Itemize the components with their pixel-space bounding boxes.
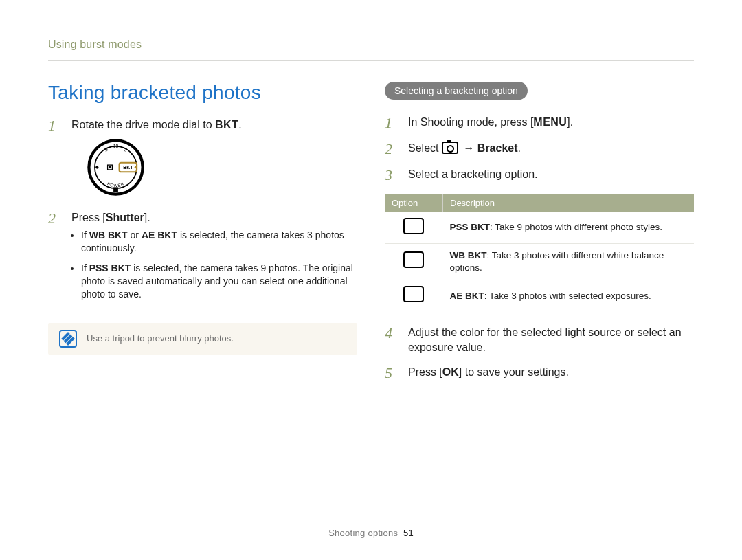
ok-label: OK (442, 366, 459, 378)
ae-bkt-icon (403, 286, 424, 302)
svg-text:BKT: BKT (123, 165, 133, 170)
step-text: ]. (144, 212, 150, 223)
note-icon (59, 330, 77, 348)
table-header: Description (443, 194, 695, 212)
bracket-label: Bracket (477, 142, 518, 154)
step-text: . (238, 119, 241, 131)
step-number: 4 (385, 325, 397, 355)
step-3: 3 Select a bracketing option. (385, 167, 694, 183)
step-2: 2 Select → Bracket. (385, 141, 694, 157)
step-text: Select (408, 142, 442, 154)
table-row: AE BKT: Take 3 photos with selected expo… (385, 280, 694, 312)
step-1: 1 In Shooting mode, press [MENU]. (385, 115, 694, 131)
svg-point-8 (109, 166, 111, 168)
options-table: Option Description PSS BKT: Take 9 photo… (385, 194, 694, 312)
arrow-icon: → (463, 142, 474, 154)
left-column: Taking bracketed photos 1 Rotate the dri… (48, 82, 357, 391)
step-number: 1 (385, 115, 397, 131)
step-number: 1 (48, 117, 60, 201)
wb-bkt-icon (403, 251, 424, 268)
step-text: Rotate the drive mode dial to (71, 119, 215, 131)
step-text: Press [ (408, 366, 442, 378)
shutter-label: Shutter (106, 212, 144, 223)
drive-mode-dial-illustration: S 10 2 BKT (87, 138, 145, 197)
step-text: In Shooting mode, press [ (408, 116, 533, 128)
step-text: Press [ (71, 212, 106, 223)
table-header: Option (385, 194, 443, 212)
step-number: 2 (385, 141, 397, 157)
svg-rect-13 (113, 187, 118, 192)
page-footer: Shooting options 51 (0, 528, 742, 538)
bullet: If PSS BKT is selected, the camera takes… (81, 262, 357, 301)
step-number: 2 (48, 210, 60, 308)
footer-section: Shooting options (328, 528, 398, 538)
step-text: ] to save your settings. (459, 366, 569, 378)
step-text: . (518, 142, 521, 154)
step-1: 1 Rotate the drive mode dial to BKT. (48, 117, 357, 201)
step-text: ]. (567, 116, 573, 128)
svg-point-11 (135, 166, 137, 168)
step-2: 2 Press [Shutter]. If WB BKT or AE BKT i… (48, 210, 357, 308)
svg-point-6 (95, 166, 98, 168)
step-number: 5 (385, 365, 397, 381)
right-column: Selecting a bracketing option 1 In Shoot… (385, 82, 694, 391)
menu-label: MENU (533, 116, 567, 128)
pss-bkt-icon (403, 218, 424, 234)
section-pill: Selecting a bracketing option (385, 82, 528, 100)
page-title: Taking bracketed photos (48, 82, 357, 104)
table-row: WB BKT: Take 3 photos with different whi… (385, 243, 694, 280)
bkt-label: BKT (215, 119, 238, 131)
step-text: Select a bracketing option. (408, 167, 694, 183)
step-5: 5 Press [OK] to save your settings. (385, 365, 694, 381)
note-text: Use a tripod to prevent blurry photos. (87, 333, 234, 344)
step-text: Adjust the color for the selected light … (408, 325, 694, 355)
note-callout: Use a tripod to prevent blurry photos. (48, 323, 357, 355)
bullet: If WB BKT or AE BKT is selected, the cam… (81, 229, 357, 255)
running-head: Using burst modes (48, 38, 694, 61)
step-4: 4 Adjust the color for the selected ligh… (385, 325, 694, 355)
page-number: 51 (403, 528, 414, 538)
camera-icon (442, 142, 458, 154)
table-row: PSS BKT: Take 9 photos with different ph… (385, 212, 694, 244)
step-number: 3 (385, 167, 397, 183)
svg-text:10: 10 (113, 144, 119, 148)
